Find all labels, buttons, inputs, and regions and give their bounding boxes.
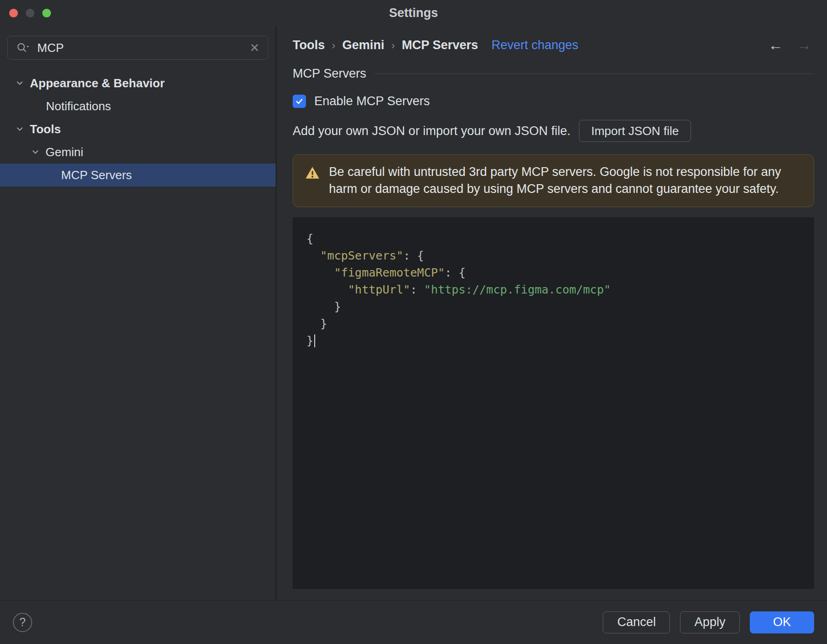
close-window-button[interactable] (9, 9, 18, 17)
section-header: MCP Servers (293, 64, 814, 83)
code-token (306, 283, 348, 296)
apply-button[interactable]: Apply (680, 611, 740, 633)
code-token: "mcpServers" (320, 249, 403, 262)
code-token: { (306, 232, 313, 245)
breadcrumb-separator: › (391, 38, 395, 52)
warning-text: Be careful with untrusted 3rd party MCP … (329, 164, 802, 198)
settings-main-panel: Tools › Gemini › MCP Servers Revert chan… (277, 26, 827, 600)
dialog-footer: ? Cancel Apply OK (0, 600, 827, 644)
breadcrumb-item-tools[interactable]: Tools (293, 38, 325, 52)
forward-arrow-icon: → (797, 37, 811, 54)
breadcrumb-separator: › (332, 38, 335, 52)
sidebar-item-appearance-behavior[interactable]: Appearance & Behavior (0, 72, 276, 95)
code-token (306, 249, 320, 262)
question-mark-icon: ? (19, 616, 26, 629)
code-token: : { (445, 266, 465, 279)
settings-tree: Appearance & Behavior Notifications Tool… (0, 72, 276, 186)
code-token: } (320, 317, 327, 330)
code-token: : (410, 283, 424, 296)
breadcrumb: Tools › Gemini › MCP Servers Revert chan… (293, 33, 814, 57)
sidebar-item-notifications[interactable]: Notifications (0, 95, 276, 118)
sidebar-item-label: Gemini (45, 145, 83, 159)
text-cursor (314, 334, 315, 347)
warning-banner: Be careful with untrusted 3rd party MCP … (293, 154, 814, 207)
chevron-down-icon[interactable] (14, 123, 26, 135)
code-token: "httpUrl" (348, 283, 410, 296)
import-json-text: Add your own JSON or import your own JSO… (293, 124, 571, 138)
sidebar-item-label: Appearance & Behavior (30, 76, 164, 90)
settings-sidebar: ✕ Appearance & Behavior Notifications To… (0, 26, 276, 600)
code-line: "mcpServers": { (306, 247, 800, 264)
sidebar-item-gemini[interactable]: Gemini (0, 141, 276, 164)
code-token (306, 266, 334, 279)
enable-mcp-checkbox[interactable] (293, 95, 306, 108)
ok-button[interactable]: OK (750, 611, 814, 633)
settings-search-field[interactable]: ✕ (7, 36, 268, 60)
search-icon (16, 42, 30, 54)
code-token: } (334, 300, 341, 313)
breadcrumb-item-mcp-servers: MCP Servers (402, 38, 478, 52)
code-token (306, 317, 320, 330)
sidebar-item-mcp-servers[interactable]: MCP Servers (0, 164, 276, 186)
code-line: } (306, 298, 800, 315)
checkmark-icon (295, 97, 304, 106)
sidebar-item-label: MCP Servers (61, 168, 132, 182)
search-input[interactable] (36, 40, 243, 56)
section-divider (374, 73, 814, 74)
cancel-button[interactable]: Cancel (603, 611, 670, 633)
warning-icon (305, 166, 320, 180)
code-token: } (306, 334, 313, 347)
code-line: { (306, 230, 800, 247)
import-json-row: Add your own JSON or import your own JSO… (293, 118, 814, 144)
code-token: "https://mcp.figma.com/mcp" (424, 283, 611, 296)
enable-mcp-row: Enable MCP Servers (293, 89, 814, 113)
footer-buttons: Cancel Apply OK (603, 611, 814, 633)
breadcrumb-item-gemini[interactable]: Gemini (342, 38, 385, 52)
code-editor[interactable]: { "mcpServers": { "figmaRemoteMCP": { "h… (293, 217, 814, 589)
section-title: MCP Servers (293, 67, 366, 81)
title-bar: Settings (0, 0, 827, 26)
code-line: } (306, 332, 800, 349)
import-json-button[interactable]: Import JSON file (579, 120, 691, 142)
code-token: "figmaRemoteMCP" (334, 266, 445, 279)
clear-search-icon[interactable]: ✕ (249, 42, 260, 54)
window-controls (9, 0, 51, 26)
chevron-down-icon[interactable] (29, 146, 41, 158)
history-navigation: ← → (768, 37, 814, 54)
minimize-window-button[interactable] (26, 9, 34, 17)
chevron-down-icon[interactable] (14, 77, 26, 89)
sidebar-item-label: Tools (30, 122, 61, 136)
enable-mcp-label[interactable]: Enable MCP Servers (314, 94, 430, 108)
help-button[interactable]: ? (13, 613, 32, 632)
window-title: Settings (389, 6, 438, 20)
code-line: } (306, 315, 800, 332)
revert-changes-link[interactable]: Revert changes (492, 38, 578, 52)
code-line: "httpUrl": "https://mcp.figma.com/mcp" (306, 281, 800, 298)
code-line: "figmaRemoteMCP": { (306, 264, 800, 281)
zoom-window-button[interactable] (42, 9, 51, 17)
sidebar-item-tools[interactable]: Tools (0, 118, 276, 141)
code-token: : { (403, 249, 424, 262)
code-token (306, 300, 334, 313)
back-arrow-icon[interactable]: ← (768, 37, 783, 54)
sidebar-item-label: Notifications (46, 99, 111, 113)
